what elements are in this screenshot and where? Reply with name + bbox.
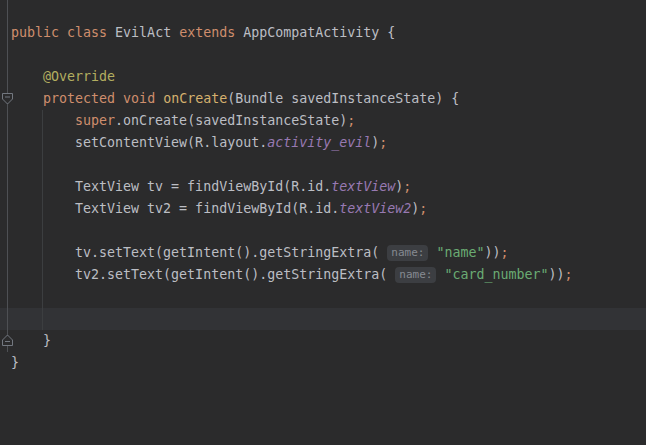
code-line <box>0 44 646 66</box>
code-token: } <box>11 333 51 348</box>
code-token: .onCreate(savedInstanceState) <box>115 113 347 128</box>
code-line: } <box>0 352 646 374</box>
code-line <box>0 286 646 308</box>
code-token <box>11 113 75 128</box>
code-token: textView <box>331 179 395 194</box>
code-token: void <box>123 91 155 106</box>
code-token <box>59 25 67 40</box>
code-token: class <box>67 25 107 40</box>
code-line: tv2.setText(getIntent().getStringExtra( … <box>0 264 646 286</box>
code-token: "name" <box>436 245 484 260</box>
code-token: public <box>11 25 59 40</box>
code-token <box>115 91 123 106</box>
code-token: protected <box>43 91 115 106</box>
code-token: ; <box>565 267 573 282</box>
code-token <box>155 91 163 106</box>
code-token <box>11 91 43 106</box>
code-token: ; <box>379 135 387 150</box>
code-line: } <box>0 330 646 352</box>
code-token: tv2.setText(getIntent().getStringExtra( <box>11 267 395 282</box>
code-token: super <box>75 113 115 128</box>
code-token: textView2 <box>339 201 411 216</box>
code-token: onCreate <box>163 91 227 106</box>
code-token: tv.setText(getIntent().getStringExtra( <box>11 245 387 260</box>
code-line <box>0 154 646 176</box>
code-token: setContentView(R.layout. <box>11 135 267 150</box>
parameter-hint-pill: name: <box>387 245 428 261</box>
code-token: extends <box>179 25 235 40</box>
code-token: EvilAct <box>107 25 179 40</box>
code-token: ; <box>403 179 411 194</box>
code-token: activity_evil <box>267 135 371 150</box>
code-line: super.onCreate(savedInstanceState); <box>0 110 646 132</box>
code-token: AppCompatActivity { <box>235 25 395 40</box>
code-token: ; <box>500 245 508 260</box>
code-token: )) <box>548 267 564 282</box>
code-line <box>0 308 646 330</box>
code-line: setContentView(R.layout.activity_evil); <box>0 132 646 154</box>
fold-region-start-icon[interactable] <box>1 92 14 105</box>
code-editor[interactable]: public class EvilAct extends AppCompatAc… <box>0 0 646 445</box>
code-token: ; <box>419 201 427 216</box>
code-token: "card_number" <box>444 267 548 282</box>
code-token: @Override <box>43 69 115 84</box>
code-line <box>0 220 646 242</box>
code-line: protected void onCreate(Bundle savedInst… <box>0 88 646 110</box>
code-token: )) <box>484 245 500 260</box>
code-line: tv.setText(getIntent().getStringExtra( n… <box>0 242 646 264</box>
code-area: public class EvilAct extends AppCompatAc… <box>0 22 646 374</box>
code-token: TextView tv = findViewById(R.id. <box>11 179 331 194</box>
code-token: ; <box>347 113 355 128</box>
fold-region-end-icon[interactable] <box>1 334 14 347</box>
code-line: TextView tv = findViewById(R.id.textView… <box>0 176 646 198</box>
parameter-hint-pill: name: <box>395 267 436 283</box>
code-token: (Bundle savedInstanceState) { <box>227 91 459 106</box>
code-token: TextView tv2 = findViewById(R.id. <box>11 201 339 216</box>
code-token <box>11 69 43 84</box>
code-line: public class EvilAct extends AppCompatAc… <box>0 22 646 44</box>
code-line: @Override <box>0 66 646 88</box>
code-line: TextView tv2 = findViewById(R.id.textVie… <box>0 198 646 220</box>
code-token: } <box>11 355 19 370</box>
